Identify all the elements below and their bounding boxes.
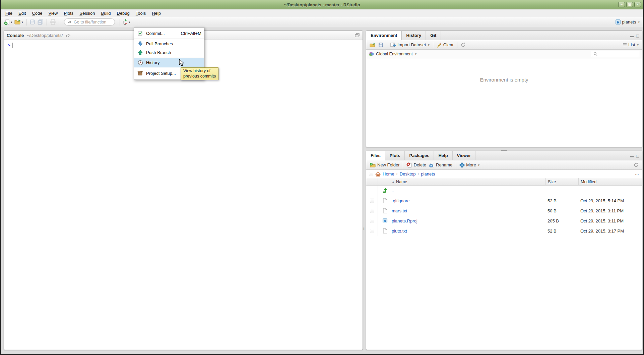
chevron-down-icon[interactable]: ▾	[415, 52, 417, 56]
open-folder-icon	[14, 19, 21, 25]
file-name[interactable]: planets.Rproj	[392, 218, 545, 223]
table-row[interactable]: .gitignore 52 B Oct 29, 2015, 5:14 PM	[366, 196, 642, 206]
maximize-pane-icon[interactable]: ▢	[636, 34, 639, 38]
chevron-down-icon: ▾	[638, 20, 640, 24]
open-file-button[interactable]: ▾	[13, 18, 24, 26]
column-header-modified[interactable]: Modified	[578, 178, 642, 185]
tab-help[interactable]: Help	[434, 151, 452, 160]
file-checkbox[interactable]	[370, 199, 374, 203]
breadcrumb-home[interactable]: Home	[383, 171, 394, 176]
breadcrumb-more-button[interactable]: …	[635, 171, 639, 176]
tab-environment[interactable]: Environment	[366, 31, 402, 40]
git-dropdown-button[interactable]: ▾	[122, 18, 131, 26]
table-row[interactable]: R planets.Rproj 205 B Oct 29, 2015, 3:11…	[366, 216, 642, 226]
column-header-name[interactable]: ▲ Name	[392, 180, 545, 184]
popout-icon[interactable]	[355, 33, 360, 38]
menu-item-history[interactable]: History	[134, 58, 204, 67]
menu-file[interactable]: File	[2, 10, 15, 17]
more-label: More	[466, 162, 476, 167]
vertical-splitter-handle[interactable]: ‖	[363, 227, 365, 231]
chevron-down-icon[interactable]: ▾	[11, 20, 12, 24]
tab-plots[interactable]: Plots	[385, 151, 405, 160]
maximize-pane-icon[interactable]: ▢	[636, 154, 639, 158]
import-dataset-label: Import Dataset	[397, 42, 426, 47]
window-controls: – ▣ ×	[618, 2, 641, 7]
file-checkbox[interactable]	[370, 229, 374, 233]
close-button[interactable]: ×	[634, 2, 641, 7]
refresh-files-button[interactable]	[632, 162, 640, 168]
console-caret	[12, 43, 13, 48]
refresh-environment-button[interactable]	[459, 42, 467, 48]
tab-history[interactable]: History	[402, 31, 426, 40]
table-row[interactable]: mars.txt 50 B Oct 29, 2015, 3:11 PM	[366, 206, 642, 216]
delete-button[interactable]: Delete	[405, 162, 428, 168]
chevron-down-icon[interactable]: ▾	[129, 20, 130, 24]
tab-files[interactable]: Files	[366, 151, 385, 160]
minimize-button[interactable]: –	[618, 2, 625, 7]
chevron-down-icon[interactable]: ▾	[22, 20, 23, 24]
file-name[interactable]: ..	[392, 188, 545, 193]
change-directory-icon[interactable]	[65, 33, 71, 38]
menu-build[interactable]: Build	[98, 10, 114, 17]
minimize-pane-icon[interactable]: ▬	[630, 34, 634, 38]
tab-packages[interactable]: Packages	[405, 151, 434, 160]
rename-label: Rename	[436, 162, 452, 167]
new-folder-button[interactable]: New Folder	[368, 162, 401, 168]
goto-file-search[interactable]	[64, 18, 115, 26]
delete-icon	[406, 162, 412, 168]
menu-item-pull-branches[interactable]: Pull Branches	[134, 39, 204, 48]
menu-code[interactable]: Code	[29, 10, 45, 17]
import-dataset-button[interactable]: Import Dataset ▾	[389, 42, 431, 48]
row-checkbox-cell	[366, 186, 378, 196]
environment-search[interactable]	[592, 51, 639, 57]
menu-help[interactable]: Help	[149, 10, 164, 17]
clear-environment-button[interactable]: Clear	[435, 42, 455, 48]
chevron-down-icon: ▾	[478, 163, 480, 167]
save-workspace-button[interactable]	[377, 42, 385, 48]
menu-plots[interactable]: Plots	[61, 10, 76, 17]
load-workspace-button[interactable]	[368, 42, 377, 48]
table-row-up[interactable]: ..	[366, 186, 642, 196]
file-checkbox[interactable]	[370, 219, 374, 223]
breadcrumb-desktop[interactable]: Desktop	[400, 171, 416, 176]
list-view-button[interactable]: List ▾	[621, 42, 640, 48]
file-icon	[378, 228, 392, 234]
save-all-icon	[37, 19, 44, 25]
project-selector[interactable]: R planets ▾	[615, 19, 641, 25]
menu-tools[interactable]: Tools	[133, 10, 149, 17]
menu-item-push-branch[interactable]: Push Branch	[134, 48, 204, 57]
file-modified: Oct 29, 2015, 3:17 PM	[578, 229, 642, 234]
more-button[interactable]: More ▾	[458, 162, 481, 168]
menu-edit[interactable]: Edit	[15, 10, 29, 17]
file-name[interactable]: mars.txt	[392, 208, 545, 213]
file-modified: Oct 29, 2015, 3:11 PM	[578, 218, 642, 223]
file-checkbox[interactable]	[370, 209, 374, 213]
menu-view[interactable]: View	[45, 10, 61, 17]
menu-debug[interactable]: Debug	[114, 10, 133, 17]
tab-viewer[interactable]: Viewer	[453, 151, 476, 160]
pull-arrow-icon	[137, 41, 143, 46]
sort-ascending-icon: ▲	[392, 180, 395, 184]
up-directory-icon	[378, 188, 392, 193]
file-modified: Oct 29, 2015, 3:11 PM	[578, 208, 642, 213]
select-all-checkbox[interactable]	[369, 172, 373, 176]
goto-file-input[interactable]	[74, 20, 111, 24]
import-dataset-icon	[390, 42, 396, 47]
rename-button[interactable]: Rename	[428, 162, 454, 168]
minimize-pane-icon[interactable]: ▬	[630, 154, 634, 158]
table-row[interactable]: pluto.txt 52 B Oct 29, 2015, 3:17 PM	[366, 226, 642, 236]
menu-item-commit[interactable]: Commit... Ctrl+Alt+M	[134, 28, 204, 38]
environment-empty-message: Environment is empty	[366, 58, 642, 83]
menu-session[interactable]: Session	[76, 10, 98, 17]
tab-git[interactable]: Git	[426, 31, 441, 40]
column-header-size[interactable]: Size	[545, 178, 578, 185]
horizontal-splitter-handle[interactable]: ▬▬	[501, 148, 507, 152]
environment-pane: Environment History Git ▬ ▢	[366, 31, 642, 147]
breadcrumb-planets[interactable]: planets	[421, 171, 435, 176]
new-file-button[interactable]: ▾	[3, 18, 13, 26]
restore-button[interactable]: ▣	[626, 2, 633, 7]
file-name[interactable]: .gitignore	[392, 198, 545, 203]
environment-search-input[interactable]	[599, 52, 636, 56]
environment-scope-label[interactable]: Global Environment	[376, 52, 413, 56]
file-name[interactable]: pluto.txt	[392, 229, 545, 234]
